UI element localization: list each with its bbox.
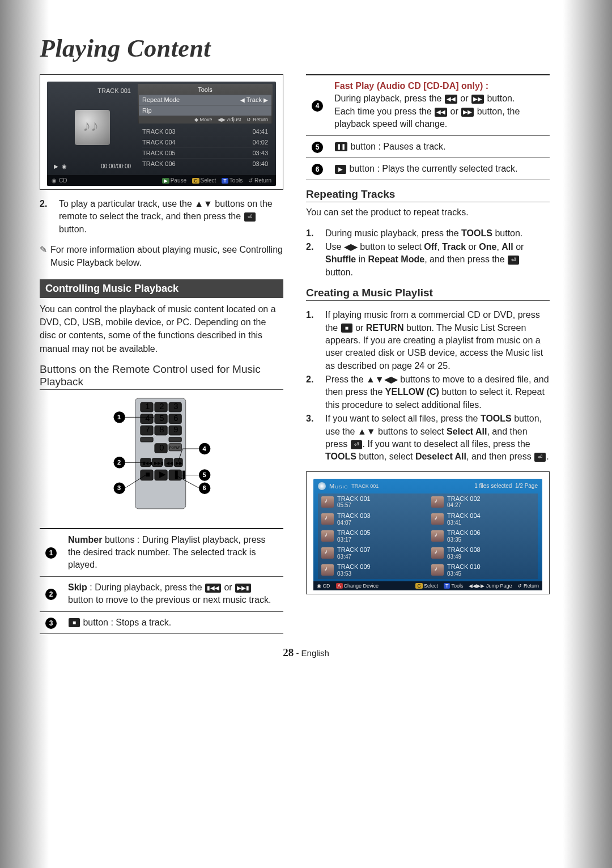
- play-icon: ▶: [335, 165, 346, 174]
- svg-text:3: 3: [117, 484, 121, 491]
- disc-icon: ◉: [62, 163, 67, 169]
- page-number: 28 - English: [40, 646, 572, 659]
- svg-text:4: 4: [145, 414, 150, 423]
- track-list: TRACK 00304:41 TRACK 00404:02 TRACK 0050…: [138, 125, 273, 171]
- music-item[interactable]: TRACK 00603:35: [428, 527, 538, 544]
- note-text: For more information about playing music…: [40, 244, 283, 269]
- svg-text:▶▶▮: ▶▶▮: [154, 460, 163, 466]
- music-list-screen-preview: Music TRACK 001 1 files selected 1/2 Pag…: [306, 471, 550, 594]
- svg-text:2: 2: [159, 402, 164, 411]
- subsection-heading: Creating a Music Playlist: [306, 287, 550, 301]
- repeat-mode-row[interactable]: Repeat Mode ◀ Track ▶: [139, 94, 271, 105]
- music-item[interactable]: TRACK 00204:27: [428, 493, 538, 510]
- section-heading: Controlling Music Playback: [40, 279, 283, 298]
- screen-footer: ◉CD ▶Pause CSelect TTools ↺ Return: [47, 175, 276, 186]
- subsection-heading: Buttons on the Remote Control used for M…: [40, 363, 283, 390]
- enter-button-icon: ⏎: [508, 256, 519, 265]
- repeat-intro: You can set the product to repeat tracks…: [306, 206, 550, 219]
- track-row[interactable]: TRACK 00304:41: [142, 126, 268, 137]
- svg-text:▮◀◀: ▮◀◀: [143, 460, 152, 466]
- music-grid: TRACK 00105:57 TRACK 00204:27 TRACK 0030…: [318, 493, 538, 579]
- time-readout: 00:00/00:00: [101, 163, 131, 169]
- svg-text:◀◀: ◀◀: [166, 460, 173, 466]
- svg-text:1: 1: [117, 414, 121, 420]
- music-item[interactable]: TRACK 00105:57: [318, 493, 428, 510]
- legend-row-1: 1 Number buttons : During Playlist playb…: [40, 529, 283, 577]
- cd-player-screen-preview: TRACK 001 ▶ ◉ 00:00/00:00 Tools Repeat: [40, 74, 283, 190]
- tools-hint-bar: ◆ Move ◀▶ Adjust ↺ Return: [139, 116, 271, 124]
- skip-next-icon: ▶▶▮: [235, 584, 251, 593]
- music-item[interactable]: TRACK 00503:17: [318, 527, 428, 544]
- stop-icon: ■: [341, 324, 352, 333]
- skip-prev-icon: ▮◀◀: [205, 584, 221, 593]
- svg-text:5: 5: [202, 471, 206, 478]
- playlist-step-1: If playing music from a commercial CD or…: [325, 309, 550, 372]
- svg-text:6: 6: [202, 484, 206, 491]
- music-screen-footer: ◉ CD AChange Device CSelect TTools ◀◀▶▶ …: [313, 581, 542, 590]
- svg-rect-11: [169, 437, 181, 441]
- svg-text:■: ■: [145, 470, 150, 479]
- remote-legend-table: 1 Number buttons : During Playlist playb…: [40, 528, 283, 634]
- svg-text:4: 4: [202, 445, 206, 452]
- rip-row[interactable]: Rip: [139, 105, 271, 116]
- album-art-icon: [75, 110, 110, 145]
- music-item[interactable]: TRACK 00304:07: [318, 510, 428, 527]
- rewind-icon: ◀◀: [435, 108, 447, 117]
- svg-text:0: 0: [159, 443, 164, 452]
- enter-button-icon: ⏎: [534, 453, 546, 462]
- left-column: TRACK 001 ▶ ◉ 00:00/00:00 Tools Repeat: [40, 74, 283, 634]
- svg-text:7: 7: [145, 425, 150, 434]
- svg-text:3: 3: [173, 402, 178, 411]
- track-row[interactable]: TRACK 00503:43: [142, 148, 268, 159]
- pause-icon: ❚❚: [335, 142, 347, 151]
- disc-icon: ◉: [52, 177, 57, 184]
- legend-row-3: 3 ■ button : Stops a track.: [40, 611, 283, 633]
- rip-label: Rip: [142, 107, 152, 114]
- music-item[interactable]: TRACK 00803:49: [428, 544, 538, 561]
- stop-icon: ■: [69, 618, 80, 627]
- right-column: 4 Fast Play (Audio CD [CD-DA] only) : Du…: [306, 74, 550, 634]
- music-screen-header: Music TRACK 001 1 files selected 1/2 Pag…: [318, 482, 538, 490]
- track-row[interactable]: TRACK 00404:02: [142, 137, 268, 148]
- svg-text:2: 2: [117, 459, 121, 466]
- step-2-text: To play a particular track, use the ▲▼ b…: [59, 198, 283, 236]
- svg-text:8: 8: [159, 425, 164, 434]
- legend-row-6: 6 ▶ button : Plays the currently selecte…: [306, 158, 550, 180]
- legend-row-4: 4 Fast Play (Audio CD [CD-DA] only) : Du…: [306, 75, 550, 135]
- svg-text:▶: ▶: [159, 470, 166, 479]
- playlist-step-3: If you want to select all files, press t…: [325, 412, 550, 463]
- music-item[interactable]: TRACK 01003:45: [428, 561, 538, 578]
- svg-text:POPUP: POPUP: [169, 446, 181, 449]
- repeat-step-2: Use ◀▶ button to select Off, Track or On…: [325, 241, 550, 279]
- music-item[interactable]: TRACK 00403:41: [428, 510, 538, 527]
- svg-text:9: 9: [173, 425, 178, 434]
- subsection-heading: Repeating Tracks: [306, 188, 550, 202]
- rewind-icon: ◀◀: [445, 95, 457, 104]
- remote-diagram: 123 456 789 0 POPUP ▮◀◀▶▶▮ ◀◀▶▶ ■▶❚❚ 1 2…: [40, 394, 283, 521]
- svg-text:▶▶: ▶▶: [176, 460, 183, 466]
- page-title: Playing Content: [40, 34, 572, 63]
- music-item[interactable]: TRACK 00703:47: [318, 544, 428, 561]
- tools-header: Tools: [139, 85, 271, 94]
- repeat-mode-value: ◀ Track ▶: [240, 96, 268, 103]
- repeat-mode-label: Repeat Mode: [142, 96, 180, 103]
- svg-text:6: 6: [173, 414, 178, 423]
- playlist-step-2: Press the ▲▼◀▶ buttons to move to a desi…: [325, 373, 550, 411]
- legend-row-2: 2 Skip : During playback, press the ▮◀◀ …: [40, 576, 283, 611]
- repeat-step-1: During music playback, press the TOOLS b…: [325, 227, 522, 240]
- music-item[interactable]: TRACK 00903:53: [318, 561, 428, 578]
- track-row[interactable]: TRACK 00603:40: [142, 159, 268, 169]
- svg-rect-10: [141, 437, 153, 441]
- disc-icon: [318, 482, 326, 490]
- fastfwd-icon: ▶▶: [461, 108, 474, 117]
- enter-button-icon: ⏎: [351, 440, 362, 449]
- fastfwd-icon: ▶▶: [471, 95, 484, 104]
- play-icon: ▶: [54, 163, 58, 169]
- enter-button-icon: ⏎: [244, 212, 256, 222]
- svg-text:5: 5: [159, 414, 164, 423]
- legend-row-5: 5 ❚❚ button : Pauses a track.: [306, 135, 550, 158]
- svg-text:1: 1: [145, 402, 150, 411]
- track-label: TRACK 001: [54, 87, 131, 94]
- intro-paragraph: You can control the playback of music co…: [40, 303, 283, 355]
